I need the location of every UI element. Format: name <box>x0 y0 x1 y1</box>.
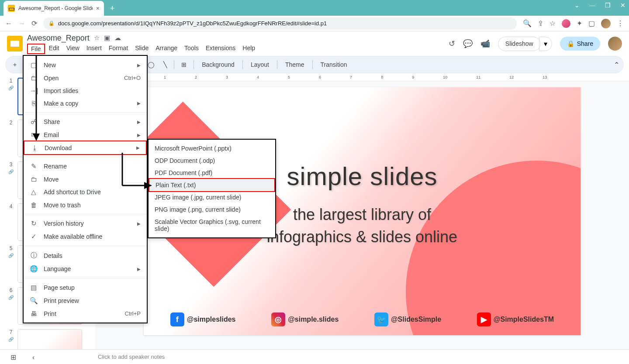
collapse-toolbar-icon[interactable]: ⌃ <box>614 61 619 69</box>
menu-item-new[interactable]: ▢New▶ <box>24 58 147 72</box>
layout-button[interactable]: Layout <box>246 59 273 70</box>
share-button[interactable]: 🔒 Share <box>560 37 600 51</box>
menu-item-version-history[interactable]: ↻Version history▶ <box>24 217 147 230</box>
menu-item-import[interactable]: →]Import slides <box>24 84 147 97</box>
submenu-item-jpg[interactable]: JPEG image (.jpg, current slide) <box>149 191 275 203</box>
offline-icon: ✓ <box>30 233 38 240</box>
document-title[interactable]: Awesome_Report <box>27 34 90 43</box>
background-button[interactable]: Background <box>197 59 239 70</box>
menu-item-details[interactable]: ⓘDetails <box>24 249 147 262</box>
slideshow-button[interactable]: Slideshow <box>498 37 541 51</box>
thumb-number: 5 <box>10 245 13 251</box>
social-handle-fb: @simpleslides <box>187 316 236 323</box>
menu-item-download[interactable]: ⭳Download▶ <box>24 141 147 155</box>
speaker-notes-bar[interactable]: Click to add speaker notes <box>0 349 629 364</box>
line-tool[interactable]: ╲ <box>160 59 170 70</box>
thumb-number: 6 <box>10 287 13 293</box>
theme-button[interactable]: Theme <box>281 59 309 70</box>
move-icon: 🗀 <box>30 175 38 183</box>
history-icon[interactable]: ↺ <box>449 39 455 48</box>
forward-button[interactable]: → <box>18 20 25 27</box>
comment-tool[interactable]: ⊞ <box>178 59 190 70</box>
submenu-item-pdf[interactable]: PDF Document (.pdf) <box>149 167 275 179</box>
window-maximize-icon[interactable]: ❐ <box>605 2 611 9</box>
lock-icon: 🔒 <box>48 21 55 26</box>
transition-button[interactable]: Transition <box>316 59 352 70</box>
menu-item-language[interactable]: 🌐Language▶ <box>24 262 147 275</box>
slideshow-caret-button[interactable]: ▾ <box>539 37 552 51</box>
file-menu-dropdown: ▢New▶ 🗀OpenCtrl+O →]Import slides ⎘Make … <box>23 55 148 323</box>
new-doc-icon: ▢ <box>30 61 38 69</box>
menu-item-move[interactable]: 🗀Move <box>24 173 147 185</box>
menu-item-share[interactable]: ☍Share▶ <box>24 115 147 128</box>
menu-item-make-copy[interactable]: ⎘Make a copy▶ <box>24 97 147 110</box>
browser-menu-icon[interactable]: ⋮ <box>617 19 624 27</box>
menu-item-offline[interactable]: ✓Make available offline <box>24 230 147 243</box>
present-camera-icon[interactable]: 📹 <box>480 39 490 48</box>
facebook-icon: f <box>170 312 184 326</box>
explore-icon[interactable]: ‹ <box>32 354 35 361</box>
back-button[interactable]: ← <box>5 20 12 27</box>
window-caret-icon[interactable]: ⌄ <box>574 2 580 9</box>
menu-item-open[interactable]: 🗀OpenCtrl+O <box>24 72 147 84</box>
info-icon: ⓘ <box>30 251 38 260</box>
link-indicator-icon: 🔗 <box>8 337 14 342</box>
bookmark-icon[interactable]: ☆ <box>550 19 556 27</box>
share-url-icon[interactable]: ⇪ <box>538 19 543 27</box>
side-panel-icon[interactable]: ▢ <box>588 19 595 27</box>
menu-arrange[interactable]: Arrange <box>152 44 180 54</box>
move-folder-icon[interactable]: ▣ <box>104 34 110 42</box>
menu-item-add-shortcut[interactable]: △Add shortcut to Drive <box>24 185 147 199</box>
menu-item-email[interactable]: ✉Email▶ <box>24 128 147 141</box>
window-minimize-icon[interactable]: — <box>589 2 595 9</box>
submenu-item-txt[interactable]: Plain Text (.txt) <box>149 178 275 192</box>
instagram-icon: ◎ <box>271 312 285 326</box>
extensions-puzzle-icon[interactable]: ✦ <box>577 19 582 27</box>
menu-help[interactable]: Help <box>239 44 258 54</box>
menu-item-print-preview[interactable]: 🔍Print preview <box>24 294 147 307</box>
trash-icon: 🗑 <box>30 201 38 209</box>
menu-format[interactable]: Format <box>106 44 131 54</box>
menu-file[interactable]: File <box>27 44 45 54</box>
social-handle-ig: @simple.slides <box>288 316 339 323</box>
tab-close-icon[interactable]: × <box>96 5 100 12</box>
submenu-item-odp[interactable]: ODP Document (.odp) <box>149 155 275 167</box>
menu-item-page-setup[interactable]: ▤Page setup <box>24 281 147 294</box>
grid-view-icon[interactable]: ⊞ <box>10 353 16 361</box>
submenu-item-svg[interactable]: Scalable Vector Graphics (.svg, current … <box>149 216 275 235</box>
star-icon[interactable]: ☆ <box>94 34 100 42</box>
submenu-item-pptx[interactable]: Microsoft PowerPoint (.pptx) <box>149 142 275 155</box>
menu-tools[interactable]: Tools <box>181 44 202 54</box>
menu-insert[interactable]: Insert <box>83 44 105 54</box>
new-slide-button[interactable]: + <box>10 59 20 70</box>
url-input[interactable]: 🔒 docs.google.com/presentation/d/1IQqYNF… <box>43 17 517 30</box>
menu-item-rename[interactable]: ✎Rename <box>24 160 147 173</box>
cloud-status-icon[interactable]: ☁ <box>114 34 121 42</box>
menu-item-print[interactable]: 🖶PrintCtrl+P <box>24 307 147 320</box>
account-avatar[interactable] <box>608 37 622 51</box>
speaker-notes-placeholder: Click to add speaker notes <box>98 354 165 360</box>
window-close-icon[interactable]: ✕ <box>620 2 626 9</box>
download-icon: ⭳ <box>31 144 38 151</box>
menu-item-trash[interactable]: 🗑Move to trash <box>24 199 147 211</box>
new-tab-button[interactable]: + <box>110 4 115 13</box>
menu-slide[interactable]: Slide <box>132 44 152 54</box>
extension-icon[interactable] <box>562 19 570 28</box>
menu-view[interactable]: View <box>63 44 83 54</box>
thumb-number: 2 <box>10 120 13 126</box>
browser-profile-avatar[interactable] <box>601 19 611 28</box>
menu-bar: File Edit View Insert Format Slide Arran… <box>27 44 258 54</box>
email-icon: ✉ <box>30 131 38 139</box>
submenu-item-png[interactable]: PNG image (.png, current slide) <box>149 203 275 216</box>
slide-thumbnail-7[interactable] <box>17 329 82 349</box>
menu-extensions[interactable]: Extensions <box>203 44 238 54</box>
comments-icon[interactable]: 💬 <box>463 39 473 48</box>
reload-button[interactable]: ⟳ <box>31 19 37 27</box>
zoom-icon[interactable]: 🔍 <box>523 19 532 27</box>
slides-logo-icon[interactable] <box>7 36 23 52</box>
menu-edit[interactable]: Edit <box>46 44 62 54</box>
thumb-number: 7 <box>10 329 13 335</box>
printer-icon: 🖶 <box>30 310 38 317</box>
browser-tab[interactable]: ▭ Awesome_Report - Google Slides × <box>3 1 104 16</box>
thumb-number: 4 <box>10 203 13 209</box>
